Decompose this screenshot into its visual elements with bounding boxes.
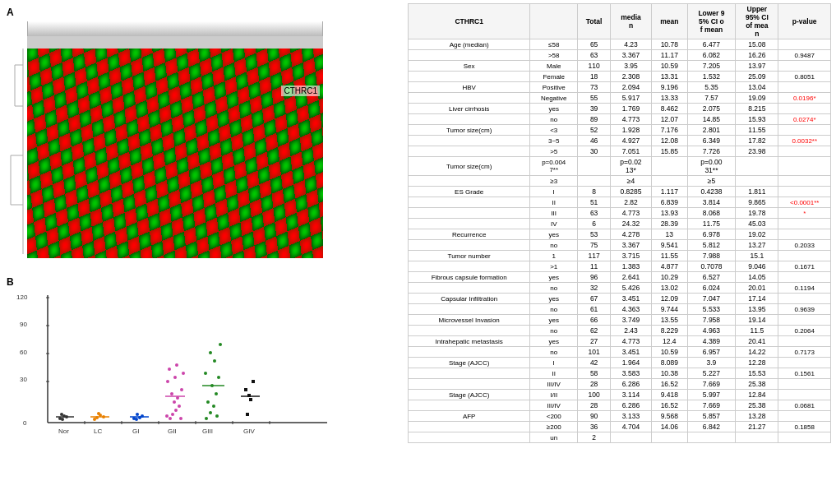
- cell-sub: >1: [530, 261, 578, 272]
- left-dendrogram: [7, 36, 27, 258]
- svg-point-48: [171, 413, 174, 416]
- cell-total: 62: [578, 326, 611, 336]
- col-header-upper: Upper95% CIof mean: [736, 4, 778, 39]
- table-row: Microvessel Invasionyes663.74913.557.958…: [409, 315, 831, 326]
- cell-lower: 4.389: [687, 336, 736, 347]
- cell-factor: AFP: [409, 411, 530, 422]
- cell-total: 96: [578, 272, 611, 283]
- cell-mean: 15.85: [651, 146, 687, 157]
- cell-pvalue: [778, 104, 831, 114]
- cell-lower: 7.958: [687, 315, 736, 326]
- cell-upper: 21.27: [736, 422, 778, 432]
- svg-point-50: [169, 417, 172, 420]
- cell-sub: no: [530, 347, 578, 358]
- right-panel: CTHRC1 Total median mean Lower 95% CI of…: [403, 0, 836, 504]
- cell-median: ≥4: [611, 176, 652, 187]
- cell-sub: Female: [530, 72, 578, 82]
- svg-text:GI: GI: [132, 428, 139, 435]
- cell-mean: 9.196: [651, 82, 687, 93]
- col-header-factor: CTHRC1: [409, 4, 530, 39]
- cell-sub: ≥200: [530, 422, 578, 432]
- cell-pvalue: 0.9639: [778, 304, 831, 315]
- svg-point-74: [205, 417, 208, 420]
- table-row: HBVPositive732.0949.1965.3513.04: [409, 82, 831, 93]
- cell-median: 24.32: [611, 219, 652, 229]
- svg-text:90: 90: [20, 321, 27, 328]
- cell-lower: 7.669: [687, 400, 736, 411]
- table-row: III634.77313.938.06819.78*: [409, 208, 831, 219]
- svg-text:30: 30: [20, 376, 27, 383]
- cell-mean: 13: [651, 229, 687, 240]
- table-row: Capsular Infiltrationyes673.45112.097.04…: [409, 294, 831, 304]
- cthrc1-label: CTHRC1: [281, 86, 320, 96]
- col-header-pvalue: p-value: [778, 4, 831, 39]
- cell-lower: 3.9: [687, 358, 736, 368]
- svg-text:LC: LC: [94, 428, 102, 435]
- cell-pvalue: [778, 187, 831, 197]
- cell-upper: 45.03: [736, 219, 778, 229]
- table-row: Liver cirrhosisyes391.7698.4622.0758.215: [409, 104, 831, 114]
- heatmap: CTHRC1: [27, 36, 323, 258]
- svg-point-58: [182, 372, 185, 375]
- cell-upper: 25.09: [736, 72, 778, 82]
- cell-factor: Sex: [409, 61, 530, 72]
- cell-mean: 10.29: [651, 272, 687, 283]
- cell-mean: 10.38: [651, 368, 687, 379]
- cell-pvalue: 0.0196*: [778, 93, 831, 104]
- cell-sub: yes: [530, 315, 578, 326]
- cell-mean: 12.08: [651, 136, 687, 146]
- cell-mean: 11.17: [651, 50, 687, 61]
- table-row: >5307.05115.857.72623.98: [409, 146, 831, 157]
- cell-total: 117: [578, 251, 611, 261]
- heatmap-section: CTHRC1: [7, 21, 396, 284]
- cell-lower: 0.4238: [687, 187, 736, 197]
- cell-factor: [409, 283, 530, 294]
- table-row: 3~5464.92712.086.34917.820.0032**: [409, 136, 831, 146]
- cell-lower: 2.075: [687, 104, 736, 114]
- cell-sub: un: [530, 432, 578, 443]
- col-header-median: median: [611, 4, 652, 39]
- cell-upper: 15.08: [736, 39, 778, 50]
- cell-total: 67: [578, 294, 611, 304]
- cell-lower: 6.842: [687, 422, 736, 432]
- col-header-mean: mean: [651, 4, 687, 39]
- cell-median: 5.426: [611, 283, 652, 294]
- cell-total: 18: [578, 72, 611, 82]
- cell-upper: 14.22: [736, 347, 778, 358]
- cell-pvalue: [778, 390, 831, 400]
- cell-median: 5.917: [611, 93, 652, 104]
- cell-total: 63: [578, 50, 611, 61]
- col-header-lower: Lower 95% CI of mean: [687, 4, 736, 39]
- cell-factor: [409, 432, 530, 443]
- cell-median: 3.715: [611, 251, 652, 261]
- cell-factor: [409, 400, 530, 411]
- cell-upper: 17.82: [736, 136, 778, 146]
- cell-factor: [409, 93, 530, 104]
- cell-upper: 25.38: [736, 379, 778, 390]
- cell-total: 75: [578, 240, 611, 251]
- cell-pvalue: *: [778, 208, 831, 219]
- cell-sub: I: [530, 187, 578, 197]
- cell-median: 1.928: [611, 125, 652, 136]
- svg-text:GIV: GIV: [243, 428, 255, 435]
- cell-pvalue: [778, 432, 831, 443]
- cell-median: [611, 432, 652, 443]
- cell-pvalue: [778, 125, 831, 136]
- table-row: Fibrous capsule formationyes962.64110.29…: [409, 272, 831, 283]
- cell-factor: [409, 50, 530, 61]
- left-panel: A: [0, 0, 403, 504]
- svg-rect-79: [244, 388, 247, 391]
- svg-rect-80: [252, 380, 255, 383]
- table-row: no622.438.2294.96311.50.2064: [409, 326, 831, 336]
- cell-mean: 28.39: [651, 219, 687, 229]
- cell-sub: ≥3: [530, 176, 578, 187]
- svg-point-60: [175, 363, 178, 367]
- cell-pvalue: [778, 294, 831, 304]
- svg-text:GIII: GIII: [202, 428, 213, 435]
- cell-upper: 13.27: [736, 240, 778, 251]
- svg-point-38: [93, 418, 96, 421]
- cell-upper: 9.865: [736, 197, 778, 208]
- cell-lower: 5.533: [687, 304, 736, 315]
- cell-factor: Tumor size(cm): [409, 125, 530, 136]
- cell-pvalue: 0.9487: [778, 50, 831, 61]
